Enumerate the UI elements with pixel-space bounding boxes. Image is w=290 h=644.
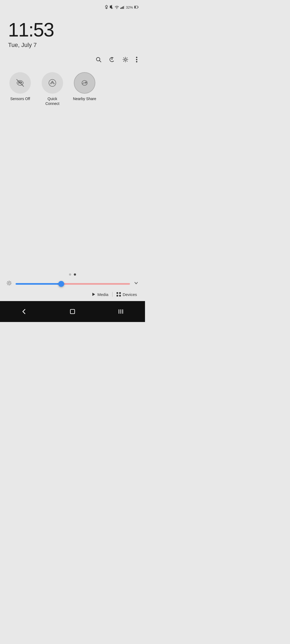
back-button[interactable]: [21, 309, 27, 314]
media-label: Media: [97, 292, 108, 297]
tile-nearby-share[interactable]: Nearby Share: [73, 72, 97, 101]
nav-bar: [0, 301, 145, 322]
svg-text:+: +: [118, 5, 119, 7]
tile-quick-connect[interactable]: QuickConnect: [40, 72, 64, 106]
page-dot-2: [74, 273, 76, 276]
svg-marker-29: [92, 293, 95, 296]
home-button[interactable]: [70, 309, 75, 314]
svg-rect-30: [117, 292, 118, 294]
media-button[interactable]: Media: [92, 292, 108, 297]
tile-nearby-share-label: Nearby Share: [73, 96, 96, 101]
tile-sensors-off-label: Sensors Off: [10, 96, 30, 101]
devices-button[interactable]: Devices: [116, 292, 137, 297]
svg-rect-33: [119, 295, 121, 297]
svg-point-19: [49, 79, 56, 86]
tile-quick-connect-label: QuickConnect: [45, 96, 59, 106]
tile-quick-connect-circle: [42, 72, 63, 94]
svg-rect-5: [123, 6, 124, 9]
status-icons: + 32%: [105, 5, 139, 10]
brightness-thumb[interactable]: [58, 281, 64, 287]
clock-date: Tue, July 7: [8, 42, 137, 49]
svg-line-27: [10, 281, 11, 282]
svg-rect-6: [124, 6, 125, 9]
recents-button[interactable]: [118, 309, 124, 314]
svg-rect-8: [138, 6, 139, 8]
battery-percent: 32%: [126, 5, 133, 9]
svg-point-15: [136, 57, 137, 58]
svg-point-17: [136, 61, 137, 63]
status-bar: + 32%: [0, 0, 145, 12]
page-indicators: [0, 271, 145, 278]
wifi-icon: +: [115, 5, 119, 10]
battery-icon: [134, 5, 139, 10]
brightness-track[interactable]: [16, 283, 130, 285]
svg-line-11: [100, 61, 101, 62]
settings-icon[interactable]: [122, 57, 128, 64]
more-icon[interactable]: [136, 57, 137, 64]
svg-rect-4: [122, 7, 123, 9]
page-dot-1: [69, 273, 71, 276]
media-devices-row: Media Devices: [0, 289, 145, 301]
brightness-row[interactable]: [0, 278, 145, 289]
svg-line-28: [8, 284, 8, 285]
media-devices-divider: [112, 292, 113, 297]
svg-rect-34: [70, 309, 75, 314]
bluetooth-icon: [105, 5, 108, 10]
signal-icon: [120, 5, 125, 10]
svg-rect-31: [119, 292, 121, 294]
quick-tiles: Sensors Off QuickConnect Nearby Share: [0, 67, 145, 111]
tile-sensors-off[interactable]: Sensors Off: [8, 72, 32, 101]
svg-rect-3: [121, 7, 122, 9]
mute-icon: [110, 5, 113, 10]
clock-area: 11:53 Tue, July 7: [0, 12, 145, 54]
search-icon[interactable]: [96, 57, 102, 64]
brightness-expand-icon[interactable]: [134, 281, 139, 287]
svg-line-26: [10, 284, 11, 285]
clock-time: 11:53: [8, 20, 137, 39]
svg-point-14: [125, 59, 126, 61]
tile-nearby-share-circle: [74, 72, 95, 94]
svg-point-20: [8, 282, 10, 284]
svg-line-25: [8, 281, 8, 282]
quick-toolbar: [0, 54, 145, 67]
bottom-section: Media Devices: [0, 271, 145, 301]
power-icon[interactable]: [109, 57, 115, 64]
svg-rect-2: [120, 8, 121, 9]
svg-rect-32: [117, 295, 118, 297]
svg-point-16: [136, 59, 137, 60]
brightness-icon: [6, 280, 12, 287]
devices-label: Devices: [123, 292, 137, 297]
svg-rect-9: [135, 6, 136, 8]
tile-sensors-off-circle: [9, 72, 31, 94]
